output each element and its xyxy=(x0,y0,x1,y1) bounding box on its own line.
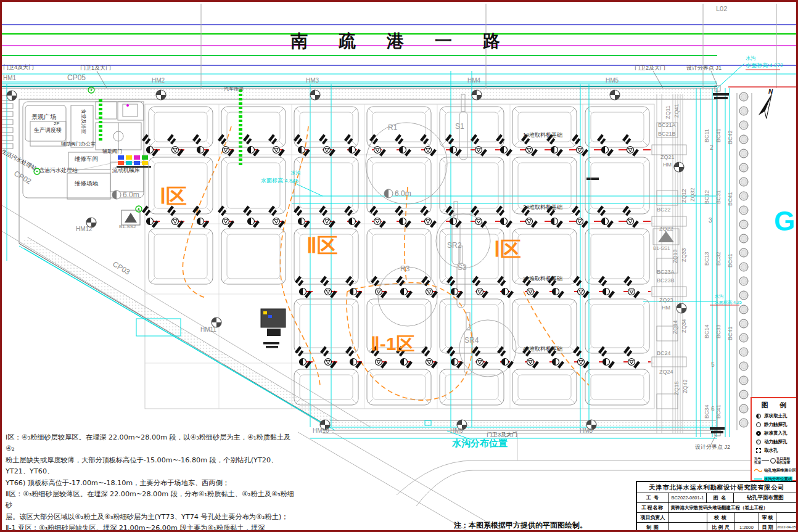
pad-corner-line xyxy=(643,141,648,145)
stockpile-pad-inner xyxy=(300,163,353,208)
pad-corner-line xyxy=(369,231,373,235)
pad-corner-line xyxy=(279,141,284,145)
draft-label: 制 图 xyxy=(637,523,669,532)
legend-wave-label: 钻孔地层推测分区线 xyxy=(764,468,798,473)
manhole-wheel-wedge xyxy=(7,91,12,96)
tree-symbol xyxy=(739,263,748,271)
pad-corner-line xyxy=(514,399,519,403)
bc21a-label: BC21A xyxy=(658,123,676,128)
zq33-label: ZQ33 xyxy=(681,248,687,262)
pad-corner-line xyxy=(150,108,155,113)
pad-corner-line xyxy=(352,159,356,163)
fuzhu-office-label: 辅助阀门办公室 xyxy=(61,142,96,147)
pad-corner-line xyxy=(150,159,155,163)
pad-corner-line xyxy=(570,108,575,113)
hm2-label: HM2 xyxy=(152,78,165,84)
legend-item: 动力触探孔 xyxy=(754,438,795,446)
pad-corner-line xyxy=(369,301,373,305)
note-line: Ⅰ区：④₃粉细砂层较厚区。在埋深 22.00m~28.00m 段，以④₃粉细砂层… xyxy=(6,432,298,455)
fuzhu-gate-label: 辅助阀门 xyxy=(102,149,122,154)
legend-combo-row: 孔号孔深 孔口高程钻孔深度 xyxy=(754,455,795,466)
tree-symbol xyxy=(739,376,748,385)
zq21-label: ZQ21 xyxy=(660,155,675,160)
compass-n-label: N xyxy=(768,89,773,95)
review-value xyxy=(776,513,797,522)
stockpile-pad-inner xyxy=(300,305,353,348)
pad-corner-line xyxy=(498,301,502,305)
ditch-right-label: 水沟 xyxy=(715,294,723,298)
pad-corner-line xyxy=(279,159,284,163)
road-name: 南疏港一路 xyxy=(290,33,531,50)
manhole-wheel-wedge xyxy=(12,96,17,100)
scale-value: 1:2000 xyxy=(734,523,759,532)
jingguan-label: 景观广场 xyxy=(31,114,56,120)
pad-corner-line xyxy=(570,159,575,163)
bc21b-label: BC21B xyxy=(658,131,676,137)
zq11-label: ZQ11 xyxy=(665,105,671,119)
tree-symbol xyxy=(739,362,748,370)
hm10-label: HM10 xyxy=(313,428,329,434)
geotechnical-notes: Ⅰ区：④₃粉细砂层较厚区。在埋深 22.00m~28.00m 段，以④₃粉细砂层… xyxy=(6,432,298,532)
legend-item: 取水孔 xyxy=(754,446,795,455)
tree-symbol xyxy=(739,277,748,285)
pad-corner-line xyxy=(514,231,519,235)
pad-corner-line xyxy=(369,159,373,163)
bc34-label: BC34 xyxy=(704,404,710,419)
bc13-label: BC13 xyxy=(704,252,710,266)
pad-corner-line xyxy=(369,141,373,145)
pad-corner-line xyxy=(369,399,373,403)
pad-corner-line xyxy=(296,371,300,375)
sr2-label: SR2 xyxy=(447,242,461,249)
g-mark: G xyxy=(774,208,795,235)
pad-corner-line xyxy=(442,399,446,403)
manhole-wheel-wedge xyxy=(212,317,216,322)
tree-symbol xyxy=(739,334,748,342)
pad-corner-line xyxy=(643,399,648,403)
project-label: 工程名称 xyxy=(637,503,669,512)
tri-hole-icon xyxy=(754,440,762,444)
date-value: 2022-04-05 xyxy=(776,523,797,532)
bc12-label: BC12 xyxy=(704,190,710,204)
pad-corner-line xyxy=(279,231,284,235)
stockpile-pad-inner xyxy=(518,163,571,208)
zq41-label: ZQ41 xyxy=(674,104,680,118)
zq13-label: ZQ13 xyxy=(673,249,678,263)
bc41b-label: BC41 xyxy=(728,192,733,206)
hm12-label: HM12 xyxy=(76,226,93,232)
zq42-label: ZQ42 xyxy=(683,379,688,393)
tree-symbol xyxy=(739,107,748,115)
tree-symbol xyxy=(739,390,748,399)
berth-3-label: 3 xyxy=(709,218,712,224)
pad-corner-line xyxy=(570,399,575,403)
pad-corner-line xyxy=(514,278,519,282)
pad-corner-line xyxy=(442,159,446,163)
borehole-plan-drawing: 南疏港一路L02门卫4及大门HM1CP05门卫1及大门HM2HM3HM4HM5门… xyxy=(0,0,798,532)
hm1-label: HM1 xyxy=(3,75,16,81)
tree-symbol xyxy=(739,234,748,243)
note-line: Ⅱ-1 亚区：④₃粉细砂层缺失区。埋深 21.00m~26.00m 段主要为④₁… xyxy=(6,523,298,532)
zq32-label: ZQ32 xyxy=(690,187,696,202)
pad-corner-line xyxy=(207,141,211,145)
legend-item-label: 标准贯入孔 xyxy=(764,430,788,436)
stockpile-pad-inner xyxy=(372,234,426,279)
zq34-label: ZQ34 xyxy=(681,319,687,333)
truck-scale-label: 汽车衡间 xyxy=(224,87,244,92)
zq15-label: ZQ15 xyxy=(674,381,680,395)
stockpile-pad xyxy=(149,229,213,284)
hm8-label: HM8 xyxy=(580,428,593,434)
pad-corner-line xyxy=(223,231,228,235)
pad-corner-line xyxy=(570,141,575,145)
legend-wave-row: 钻孔地层推测分区线 xyxy=(754,466,795,475)
stockpile-pad-inner xyxy=(300,112,353,142)
pad-corner-line xyxy=(425,371,429,375)
date-label: 日 期 xyxy=(759,523,776,532)
stockpile-pad-inner xyxy=(518,305,571,348)
r1-label: R1 xyxy=(388,124,397,131)
scale-label: 比 例 尺 xyxy=(707,523,734,532)
pad-corner-line xyxy=(352,301,356,305)
pad-corner-line xyxy=(570,301,575,305)
ditch-mid-label: 水沟 xyxy=(290,171,300,176)
zone-1-west-label: Ⅰ区 xyxy=(160,186,187,207)
stockpile-pad-inner xyxy=(227,234,280,279)
pad-corner-line xyxy=(498,231,502,235)
